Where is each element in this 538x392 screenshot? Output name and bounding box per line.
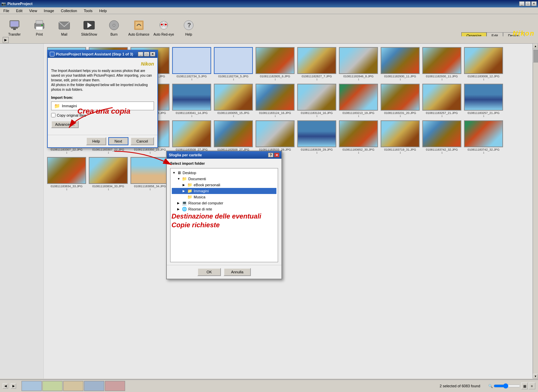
photo-item-p4[interactable]: 010811182734_5.JPGℹ xyxy=(171,46,212,82)
photo-item-p10[interactable]: 010811182930_11.JPGℹ xyxy=(422,46,462,82)
menu-image[interactable]: Image xyxy=(42,8,56,13)
photo-item-p18[interactable]: 010811183124_16.JPGℹ xyxy=(297,83,337,118)
import-cancel-button[interactable]: Cancel xyxy=(130,137,154,145)
tree-item-risorse-rete[interactable]: ▶ 🌐 Risorse di rete xyxy=(172,206,276,212)
toolbar-help[interactable]: ? Help xyxy=(177,15,200,39)
photo-info-icon-p11: ℹ xyxy=(483,78,484,81)
grid-view-button[interactable]: ▦ xyxy=(521,383,528,389)
photo-item-p16[interactable]: 010811183055_15.JPGℹ xyxy=(213,83,254,118)
tree-item-immagini[interactable]: ▶ 📁 Immagini xyxy=(172,188,276,194)
photo-item-p21[interactable]: 010811183257_21.JPGℹ xyxy=(422,83,462,118)
photo-item-p27[interactable]: 010811183508_27.JPGℹ xyxy=(213,120,254,155)
toolbar-auto-redeye[interactable]: Auto Red-eye xyxy=(152,15,176,39)
photo-item-p29[interactable]: 010811183639_29.JPGℹ xyxy=(297,120,337,155)
play-button[interactable]: ▶ xyxy=(3,37,9,43)
advanced-button[interactable]: Advanced... xyxy=(51,121,79,128)
prev-button[interactable]: ◀ xyxy=(3,383,8,389)
menu-view[interactable]: View xyxy=(27,8,39,13)
vertical-scrollbar[interactable]: ▲ ▼ xyxy=(533,44,538,379)
svg-point-19 xyxy=(161,24,163,26)
photo-info-icon-p33: ℹ xyxy=(483,151,484,154)
import-dialog-maximize[interactable]: □ xyxy=(144,52,149,56)
browse-ok-button[interactable]: OK xyxy=(197,268,221,276)
minimize-button[interactable]: _ xyxy=(519,1,525,6)
title-bar: 📷 PictureProject _ □ ✕ xyxy=(0,0,538,7)
photo-item-p11[interactable]: 010811183008_12.JPGℹ xyxy=(463,46,504,82)
photo-item-p33[interactable]: 010811183742_32.JPGℹ xyxy=(463,120,504,155)
menu-collection[interactable]: Collection xyxy=(59,8,79,13)
tree-item-ebook[interactable]: ▶ 📁 eBook personali xyxy=(172,182,276,188)
list-view-button[interactable]: ≡ xyxy=(529,383,535,389)
toolbar-transfer[interactable]: Transfer xyxy=(3,15,26,39)
photo-item-p7[interactable]: 010811182827_7.JPGℹ xyxy=(297,46,337,82)
photo-thumb-p11 xyxy=(464,47,503,74)
photo-item-p8[interactable]: 010811182846_8.JPGℹ xyxy=(338,46,379,82)
browse-dialog-body: Select import folder ▼ 🖥 Desktop ▼ 📁 Doc… xyxy=(167,159,281,265)
photo-item-p22[interactable]: 010811183257_21.JPGℹ xyxy=(463,83,504,118)
print-label: Print xyxy=(36,33,43,36)
svg-rect-1 xyxy=(10,21,18,27)
toolbar-mail[interactable]: Mail xyxy=(52,15,76,39)
photo-item-p5[interactable]: 010811182734_5.JPGℹ xyxy=(213,46,254,82)
photo-label-p6: 010811182805_6.JPG xyxy=(260,75,290,78)
toolbar-print[interactable]: Print xyxy=(28,15,51,39)
zoom-icon: 🔍 xyxy=(488,384,493,388)
toolbar-slideshow[interactable]: SlideShow xyxy=(77,15,101,39)
close-button[interactable]: ✕ xyxy=(531,1,537,6)
photo-item-p19[interactable]: 010811183213_19.JPGℹ xyxy=(338,83,379,118)
desktop-icon: 🖥 xyxy=(177,170,181,175)
photo-item-p36[interactable]: 010811183858_34.JPGℹ xyxy=(130,156,170,192)
photo-info-icon-p20: ℹ xyxy=(400,115,401,118)
browse-tree[interactable]: ▼ 🖥 Desktop ▼ 📁 Documenti ▶ 📁 eBook pers… xyxy=(170,168,278,262)
svg-point-20 xyxy=(165,24,167,26)
photo-item-p28[interactable]: 010811183533_28.JPGℹ xyxy=(255,120,295,155)
photo-item-p35[interactable]: 010811183834_33.JPGℹ xyxy=(88,156,128,192)
photo-item-p20[interactable]: 010811183231_20.JPGℹ xyxy=(380,83,420,118)
photo-item-p34[interactable]: 010811183834_33.JPGℹ xyxy=(46,156,87,192)
browse-dialog: Sfoglia per cartelle ? ✕ Select import f… xyxy=(166,151,282,279)
tree-expand-computer: ▶ xyxy=(177,201,181,205)
photo-item-p6[interactable]: 010811182805_6.JPGℹ xyxy=(255,46,295,82)
photo-label-p21: 010811183257_21.JPG xyxy=(426,111,458,115)
photo-item-p26[interactable]: 010811183508_27.JPGℹ xyxy=(171,120,212,155)
menu-help[interactable]: Help xyxy=(97,8,109,13)
browse-close-btn[interactable]: ✕ xyxy=(274,153,279,157)
tree-item-risorse-computer[interactable]: ▶ 💻 Risorse del computer xyxy=(172,200,276,206)
menu-tools[interactable]: Tools xyxy=(82,8,94,13)
tree-item-musica[interactable]: 📁 Musica xyxy=(172,194,276,200)
photo-label-p31: 010811183719_31.JPG xyxy=(384,148,416,151)
mail-icon xyxy=(57,18,71,32)
browse-cancel-button[interactable]: Annulla xyxy=(224,268,251,276)
menu-file[interactable]: File xyxy=(1,8,11,13)
photo-item-p15[interactable]: 010811183041_14.JPGℹ xyxy=(171,83,212,118)
left-panel-label xyxy=(0,44,43,46)
photo-thumb-p22 xyxy=(464,84,503,111)
photo-thumb-p34 xyxy=(47,157,86,184)
photo-item-p32[interactable]: 010811183742_32.JPGℹ xyxy=(422,120,462,155)
photo-item-p31[interactable]: 010811183719_31.JPGℹ xyxy=(380,120,420,155)
photo-info-icon-p5: ℹ xyxy=(233,78,234,81)
import-dialog-close[interactable]: ✕ xyxy=(150,52,155,56)
import-dialog-minimize[interactable]: _ xyxy=(138,52,143,56)
browse-help-btn[interactable]: ? xyxy=(268,153,273,157)
help-button[interactable]: Help xyxy=(86,137,106,145)
tree-item-desktop[interactable]: ▼ 🖥 Desktop xyxy=(172,170,276,176)
photo-item-p17[interactable]: 010811183124_16.JPGℹ xyxy=(255,83,295,118)
photo-info-icon-p24: ℹ xyxy=(108,151,109,154)
toolbar-auto-enhance[interactable]: Auto Enhance xyxy=(127,15,151,39)
tree-item-documenti[interactable]: ▼ 📁 Documenti xyxy=(172,176,276,182)
menu-edit[interactable]: Edit xyxy=(14,8,25,13)
photo-label-p16: 010811183055_15.JPG xyxy=(217,111,249,115)
copy-files-checkbox[interactable] xyxy=(51,113,55,117)
next-nav-button[interactable]: ▶ xyxy=(11,383,16,389)
photo-item-p30[interactable]: 010811183652_30.JPGℹ xyxy=(338,120,379,155)
svg-rect-5 xyxy=(36,21,43,24)
photo-thumb-p21 xyxy=(422,84,461,111)
photo-item-p9[interactable]: 010811182930_11.JPGℹ xyxy=(380,46,420,82)
toolbar-burn[interactable]: Burn xyxy=(102,15,126,39)
zoom-slider[interactable] xyxy=(494,383,521,389)
photo-thumb-p36 xyxy=(130,157,169,184)
next-button[interactable]: Next xyxy=(108,137,128,145)
maximize-button[interactable]: □ xyxy=(525,1,531,6)
photo-label-p11: 010811183008_12.JPG xyxy=(467,75,499,78)
